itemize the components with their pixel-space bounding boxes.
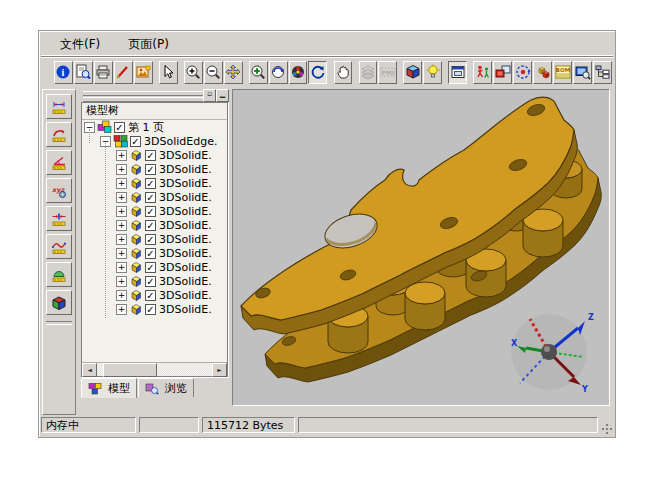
part-node-icon <box>129 149 143 162</box>
viewport-3d[interactable]: ZXY <box>232 89 610 406</box>
bounding-box-button[interactable] <box>46 290 72 315</box>
pan-arrows-button[interactable] <box>224 61 243 84</box>
tree-row[interactable]: +✓3DSolidE. <box>82 148 227 162</box>
expand-box-icon[interactable]: + <box>116 290 127 301</box>
visibility-checkbox[interactable]: ✓ <box>145 304 156 315</box>
export-image-button[interactable] <box>134 61 153 84</box>
scroll-thumb[interactable] <box>103 363 157 377</box>
hand-pan-button[interactable] <box>334 61 353 84</box>
expand-box-icon[interactable]: + <box>116 164 127 175</box>
render-mode-button[interactable] <box>289 61 308 84</box>
tree-row[interactable]: +✓3DSolidE. <box>82 190 227 204</box>
expand-box-icon[interactable]: + <box>116 262 127 273</box>
visibility-checkbox[interactable]: ✓ <box>130 136 141 147</box>
visibility-checkbox[interactable]: ✓ <box>145 206 156 217</box>
rotate-view-button[interactable] <box>269 61 288 84</box>
menu-item-file[interactable]: 文件(F) <box>51 34 109 55</box>
visibility-checkbox[interactable]: ✓ <box>145 234 156 245</box>
assembly-button[interactable] <box>533 61 552 84</box>
expand-box-icon[interactable]: + <box>116 276 127 287</box>
tree-node-label[interactable]: 3DSolidE. <box>159 261 212 274</box>
visibility-checkbox[interactable]: ✓ <box>145 262 156 273</box>
measure-distance-button[interactable] <box>46 206 72 231</box>
scroll-left-arrow[interactable]: ◄ <box>82 363 97 377</box>
tree-node-label[interactable]: 第 1 页 <box>128 120 164 135</box>
info-button[interactable]: i <box>54 61 73 84</box>
tab-model[interactable]: 模型 <box>81 378 137 398</box>
expand-box-icon[interactable]: + <box>116 234 127 245</box>
coordinate-xyz-button[interactable]: xyz <box>46 178 72 203</box>
tree-row[interactable]: +✓3DSolidE. <box>82 176 227 190</box>
tree-node-label[interactable]: 3DSolidE. <box>159 219 212 232</box>
orbit-button[interactable] <box>513 61 532 84</box>
visibility-checkbox[interactable]: ✓ <box>145 220 156 231</box>
menu-item-page[interactable]: 页面(P) <box>119 34 178 55</box>
tree-row[interactable]: +✓3DSolidE. <box>82 260 227 274</box>
window-mode-button[interactable] <box>448 61 467 84</box>
zoom-window-button[interactable] <box>249 61 268 84</box>
visibility-checkbox[interactable]: ✓ <box>145 192 156 203</box>
tree-node-label[interactable]: 3DSolidE. <box>159 191 212 204</box>
tree-row[interactable]: +✓3DSolidE. <box>82 288 227 302</box>
expand-box-icon[interactable]: + <box>116 220 127 231</box>
resize-grip[interactable] <box>601 423 613 435</box>
measure-area-button[interactable] <box>46 262 72 287</box>
scroll-right-arrow[interactable]: ► <box>212 363 227 377</box>
tree-row[interactable]: −✓3DSolidEdge. <box>82 134 227 148</box>
visibility-checkbox[interactable]: ✓ <box>145 276 156 287</box>
visibility-checkbox[interactable]: ✓ <box>145 178 156 189</box>
tree-row[interactable]: +✓3DSolidE. <box>82 232 227 246</box>
tab-browse[interactable]: 浏览 <box>138 378 194 397</box>
select-cursor-button[interactable] <box>159 61 178 84</box>
tree-node-label[interactable]: 3DSolidE. <box>159 233 212 246</box>
tree-row[interactable]: +✓3DSolidE. <box>82 246 227 260</box>
zoom-out-button[interactable] <box>204 61 223 84</box>
bom-button[interactable]: BOM <box>553 61 572 84</box>
tree-node-label[interactable]: 3DSolidE. <box>159 247 212 260</box>
tree-row[interactable]: −✓第 1 页 <box>82 120 227 134</box>
tree-row[interactable]: +✓3DSolidE. <box>82 162 227 176</box>
expand-box-icon[interactable]: + <box>116 206 127 217</box>
print-preview-button[interactable] <box>74 61 93 84</box>
expand-box-icon[interactable]: + <box>116 178 127 189</box>
annotate-pen-button[interactable] <box>114 61 133 84</box>
tree-node-label[interactable]: 3DSolidE. <box>159 275 212 288</box>
visibility-checkbox[interactable]: ✓ <box>114 122 125 133</box>
measure-length-button[interactable] <box>46 94 72 119</box>
tree-node-label[interactable]: 3DSolidE. <box>159 149 212 162</box>
expand-box-icon[interactable]: + <box>116 304 127 315</box>
tree-row[interactable]: +✓3DSolidE. <box>82 204 227 218</box>
dock-hide-button[interactable]: ▁ <box>216 89 229 102</box>
measure-angle-button[interactable] <box>46 150 72 175</box>
capture-button[interactable] <box>493 61 512 84</box>
cube-3d-button[interactable] <box>403 61 422 84</box>
walkthrough-button[interactable] <box>473 61 492 84</box>
visibility-checkbox[interactable]: ✓ <box>145 290 156 301</box>
expand-box-icon[interactable]: + <box>116 248 127 259</box>
measure-curve-button[interactable] <box>46 234 72 259</box>
spin-view-button[interactable] <box>308 61 327 84</box>
visibility-checkbox[interactable]: ✓ <box>145 150 156 161</box>
print-button[interactable] <box>94 61 113 84</box>
measure-radius-button[interactable] <box>46 122 72 147</box>
tree-node-label[interactable]: 3DSolidE. <box>159 289 212 302</box>
zoom-in-button[interactable] <box>184 61 203 84</box>
tree-row[interactable]: +✓3DSolidE. <box>82 218 227 232</box>
tree-node-label[interactable]: 3DSolidE. <box>159 205 212 218</box>
visibility-checkbox[interactable]: ✓ <box>145 164 156 175</box>
dock-restore-button[interactable]: ▫ <box>203 89 216 102</box>
expand-box-icon[interactable]: + <box>116 150 127 161</box>
expand-box-icon[interactable]: + <box>116 192 127 203</box>
tree-row[interactable]: +✓3DSolidE. <box>82 274 227 288</box>
light-bulb-button[interactable] <box>423 61 442 84</box>
report-button[interactable] <box>573 61 592 84</box>
tree-node-label[interactable]: 3DSolidE. <box>159 163 212 176</box>
tree-node-label[interactable]: 3DSolidE. <box>159 303 212 316</box>
tree-node-label[interactable]: 3DSolidE. <box>159 177 212 190</box>
tree-horizontal-scrollbar[interactable]: ◄ ► <box>82 362 227 376</box>
tree-node-label[interactable]: 3DSolidEdge. <box>144 135 217 148</box>
scroll-track[interactable] <box>97 363 212 376</box>
tree-view-button[interactable] <box>593 61 612 84</box>
tree-row[interactable]: +✓3DSolidE. <box>82 302 227 316</box>
visibility-checkbox[interactable]: ✓ <box>145 248 156 259</box>
